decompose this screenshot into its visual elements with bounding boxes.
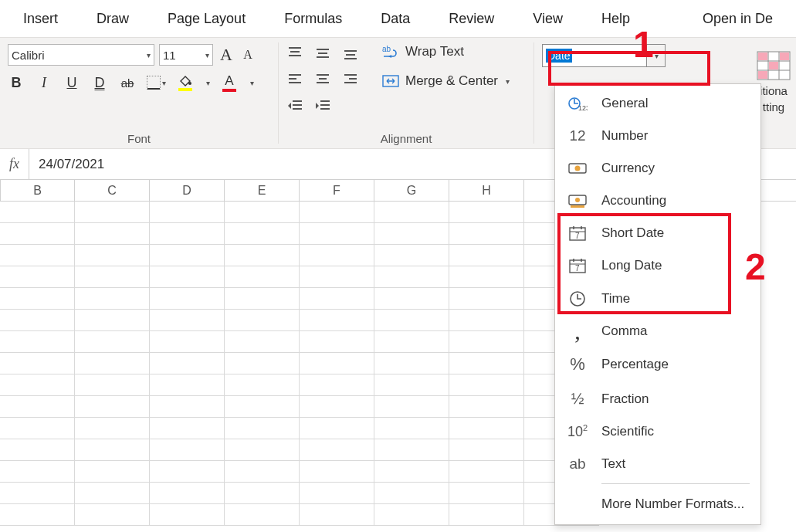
format-option-scientific[interactable]: 102Scientific (555, 415, 760, 448)
cell[interactable] (75, 483, 150, 504)
wrap-text-button[interactable]: ab Wrap Text (382, 44, 510, 59)
cell[interactable] (0, 353, 75, 374)
cell[interactable] (449, 461, 524, 483)
cell[interactable] (0, 504, 75, 526)
cell[interactable] (374, 331, 449, 353)
menu-view[interactable]: View (517, 5, 578, 33)
cell[interactable] (150, 310, 225, 331)
shrink-font-button[interactable]: A (239, 46, 256, 64)
cell[interactable] (150, 461, 225, 483)
cell[interactable] (225, 223, 300, 245)
align-right-button[interactable] (342, 70, 359, 89)
cell[interactable] (0, 266, 75, 288)
menu-data[interactable]: Data (365, 5, 425, 33)
cell[interactable] (75, 418, 150, 439)
cell[interactable] (0, 202, 75, 223)
strikethrough-button[interactable]: ab (119, 73, 136, 92)
cell[interactable] (374, 202, 449, 223)
format-option-comma[interactable]: ,Comma (555, 316, 760, 347)
cell[interactable] (225, 266, 300, 288)
column-header[interactable]: F (300, 180, 374, 201)
cell[interactable] (0, 310, 75, 331)
cell[interactable] (75, 331, 150, 353)
cell[interactable] (449, 223, 524, 245)
cell[interactable] (225, 418, 300, 439)
cell[interactable] (449, 331, 524, 353)
cell[interactable] (150, 331, 225, 353)
cell[interactable] (75, 223, 150, 245)
cell[interactable] (150, 396, 225, 418)
cell[interactable] (0, 331, 75, 353)
cell[interactable] (225, 504, 300, 526)
cell[interactable] (225, 288, 300, 310)
cell[interactable] (300, 223, 374, 245)
cell[interactable] (374, 353, 449, 374)
cell[interactable] (225, 461, 300, 483)
cell[interactable] (449, 504, 524, 526)
cell[interactable] (300, 310, 374, 331)
cell[interactable] (300, 439, 374, 461)
cell[interactable] (374, 310, 449, 331)
cell[interactable] (150, 439, 225, 461)
cell[interactable] (225, 353, 300, 374)
cell[interactable] (449, 353, 524, 374)
format-option-general[interactable]: 123General (555, 87, 760, 120)
cell[interactable] (300, 418, 374, 439)
cell[interactable] (150, 288, 225, 310)
format-option-time[interactable]: Time (555, 282, 760, 316)
cell[interactable] (225, 310, 300, 331)
cell[interactable] (225, 483, 300, 504)
cell[interactable] (0, 483, 75, 504)
cell[interactable] (0, 288, 75, 310)
cell[interactable] (0, 396, 75, 418)
cell[interactable] (75, 288, 150, 310)
column-header[interactable]: G (374, 180, 449, 201)
cell[interactable] (300, 202, 374, 223)
cell[interactable] (75, 202, 150, 223)
menu-insert[interactable]: Insert (8, 5, 73, 33)
cell[interactable] (150, 202, 225, 223)
chevron-down-icon[interactable]: ▾ (250, 79, 254, 87)
cell[interactable] (374, 374, 449, 396)
cell[interactable] (75, 353, 150, 374)
cell[interactable] (75, 396, 150, 418)
fill-color-button[interactable] (177, 73, 194, 92)
cell[interactable] (374, 288, 449, 310)
format-option-number[interactable]: 12Number (555, 120, 760, 152)
cell[interactable] (374, 396, 449, 418)
cell[interactable] (449, 266, 524, 288)
menu-page-layout[interactable]: Page Layout (152, 5, 261, 33)
cell[interactable] (150, 374, 225, 396)
cell[interactable] (75, 439, 150, 461)
align-center-button[interactable] (314, 70, 331, 89)
menu-open-in-desktop[interactable]: Open in De (687, 5, 788, 33)
cell[interactable] (374, 504, 449, 526)
cell[interactable] (300, 396, 374, 418)
cell[interactable] (0, 461, 75, 483)
cell[interactable] (75, 245, 150, 266)
cell[interactable] (300, 353, 374, 374)
cell[interactable] (0, 223, 75, 245)
cell[interactable] (150, 266, 225, 288)
column-header[interactable]: D (150, 180, 225, 201)
cell[interactable] (150, 418, 225, 439)
cell[interactable] (374, 461, 449, 483)
cell[interactable] (0, 374, 75, 396)
format-option-currency[interactable]: Currency (555, 152, 760, 185)
cell[interactable] (449, 288, 524, 310)
cell[interactable] (225, 374, 300, 396)
cell[interactable] (150, 223, 225, 245)
cell[interactable] (449, 374, 524, 396)
cell[interactable] (449, 439, 524, 461)
cell[interactable] (300, 331, 374, 353)
cell[interactable] (374, 483, 449, 504)
cell[interactable] (225, 245, 300, 266)
cell[interactable] (225, 396, 300, 418)
cell[interactable] (75, 504, 150, 526)
fx-icon[interactable]: fx (0, 149, 29, 179)
cell[interactable] (75, 374, 150, 396)
format-option-shortdate[interactable]: 7Short Date (555, 217, 760, 249)
format-option-longdate[interactable]: 7Long Date (555, 249, 760, 282)
align-middle-button[interactable] (314, 44, 331, 63)
cell[interactable] (300, 266, 374, 288)
